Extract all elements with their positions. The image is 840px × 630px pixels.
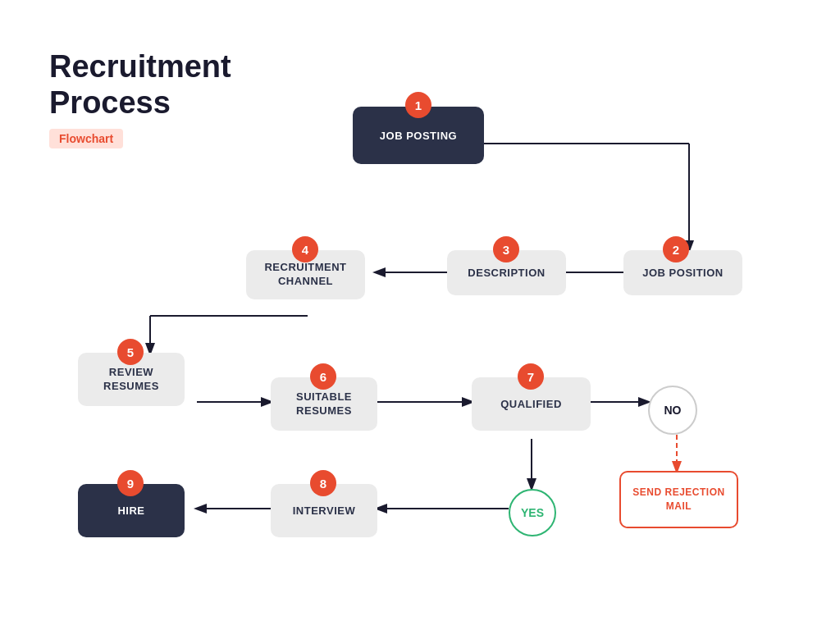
main-title: RecruitmentProcess: [49, 49, 231, 121]
node-send-rejection: SEND REJECTION MAIL: [619, 471, 738, 528]
flowchart-badge: Flowchart: [49, 129, 123, 148]
badge-6: 6: [310, 363, 336, 390]
page: RecruitmentProcess Flowchart: [0, 0, 840, 630]
badge-2: 2: [663, 236, 689, 262]
node-yes: YES: [509, 489, 556, 536]
title-section: RecruitmentProcess Flowchart: [49, 49, 231, 148]
badge-7: 7: [518, 363, 544, 390]
badge-1: 1: [405, 92, 431, 118]
badge-3: 3: [493, 236, 519, 262]
badge-5: 5: [117, 339, 144, 365]
badge-9: 9: [117, 470, 144, 496]
badge-8: 8: [310, 470, 336, 496]
node-no: NO: [648, 386, 697, 435]
badge-4: 4: [292, 236, 318, 262]
